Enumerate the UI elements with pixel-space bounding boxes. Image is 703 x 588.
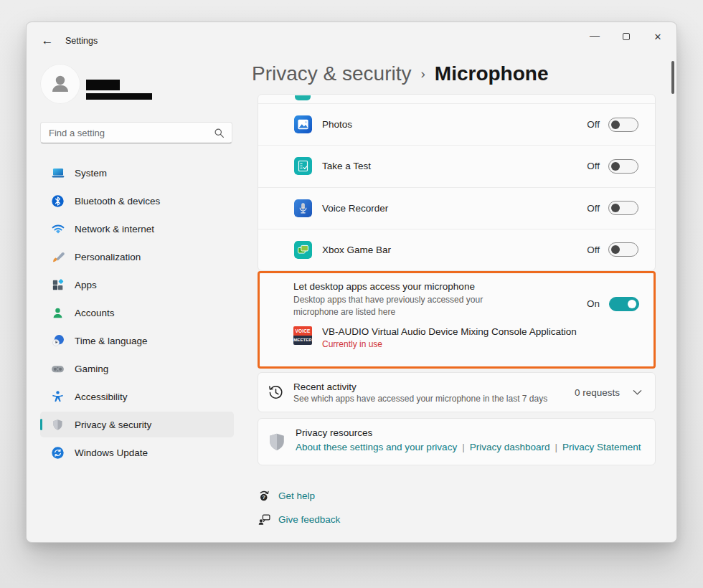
sidebar-item-bluetooth-devices[interactable]: Bluetooth & devices <box>40 188 234 214</box>
maximize-icon <box>623 33 630 40</box>
desktop-apps-title: Let desktop apps access your microphone <box>293 281 509 292</box>
sidebar-item-apps[interactable]: Apps <box>40 272 234 298</box>
in-use-status: Currently in use <box>322 339 577 349</box>
sidebar-item-label: Gaming <box>75 364 108 374</box>
voicemeeter-icon-bottom: MEETER <box>293 336 312 345</box>
app-row-voice-recorder: Voice Recorder Off <box>258 188 655 229</box>
search-input[interactable]: Find a setting <box>40 122 232 143</box>
photos-icon <box>294 115 312 133</box>
sidebar-item-gaming[interactable]: Gaming <box>40 356 234 381</box>
svg-text:?: ? <box>262 495 265 501</box>
recent-activity-description: See which apps have accessed your microp… <box>293 394 547 404</box>
voice-recorder-toggle[interactable] <box>608 201 638 215</box>
sidebar-item-accounts[interactable]: Accounts <box>40 300 234 326</box>
app-row-take-a-test: Take a Test Off <box>258 146 655 187</box>
toggle-knob <box>628 300 636 308</box>
voicemeeter-icon-top: VOICE <box>293 326 312 336</box>
toggle-state-label: Off <box>587 119 600 130</box>
personalization-icon <box>50 250 65 265</box>
privacy-resources-card: Privacy resources About these settings a… <box>258 418 656 465</box>
network-icon <box>50 222 65 237</box>
give-feedback-icon <box>256 513 272 526</box>
recent-activity-title: Recent activity <box>293 381 547 392</box>
link-privacy-statement[interactable]: Privacy Statement <box>562 442 641 452</box>
accessibility-icon <box>50 389 65 404</box>
xbox-game-bar-toggle[interactable] <box>608 242 638 257</box>
clipped-list-row <box>258 95 655 104</box>
clipped-app-icon <box>295 95 311 100</box>
scrollbar-thumb[interactable] <box>671 61 674 94</box>
avatar[interactable] <box>40 64 80 104</box>
person-icon <box>48 72 72 96</box>
desktop-apps-toggle[interactable] <box>609 297 639 311</box>
link-about-settings[interactable]: About these settings and your privacy <box>296 442 457 452</box>
page-title: Microphone <box>435 62 549 85</box>
search-placeholder: Find a setting <box>49 128 214 138</box>
sidebar-item-label: System <box>75 168 107 179</box>
minimize-button[interactable]: — <box>579 25 610 48</box>
toggle-state-label: On <box>587 298 600 309</box>
shield-icon <box>267 432 287 453</box>
used-app-name: VB-AUDIO Virtual Audio Device Mixing Con… <box>322 326 577 337</box>
window-controls: — ✕ <box>579 25 674 48</box>
sidebar-item-label: Time & language <box>75 336 148 346</box>
toggle-state-label: Off <box>587 203 600 214</box>
sidebar-item-label: Apps <box>75 280 97 290</box>
bluetooth-icon <box>50 194 65 209</box>
take-a-test-toggle[interactable] <box>608 159 638 174</box>
minimize-icon: — <box>590 29 600 41</box>
breadcrumb-parent[interactable]: Privacy & security <box>252 62 412 85</box>
sidebar-item-network-internet[interactable]: Network & internet <box>40 216 234 242</box>
sidebar-item-label: Accessibility <box>75 392 128 402</box>
app-permission-list: Photos Off Take a Test Off <box>258 94 656 271</box>
redacted-user-name <box>86 80 120 90</box>
close-button[interactable]: ✕ <box>642 25 674 48</box>
sidebar-item-label: Privacy & security <box>75 419 151 430</box>
sidebar-item-accessibility[interactable]: Accessibility <box>40 384 234 409</box>
app-name: Voice Recorder <box>322 203 388 214</box>
time-language-icon <box>50 333 65 348</box>
get-help-icon: ? <box>256 489 272 503</box>
chevron-down-icon[interactable] <box>633 389 642 396</box>
get-help-link[interactable]: Get help <box>278 490 315 501</box>
app-row-xbox-game-bar: Xbox Game Bar Off <box>258 229 655 270</box>
sidebar-item-personalization[interactable]: Personalization <box>40 244 234 270</box>
toggle-knob <box>611 162 620 171</box>
link-separator: | <box>462 442 465 452</box>
link-privacy-dashboard[interactable]: Privacy dashboard <box>470 442 550 452</box>
photos-toggle[interactable] <box>608 118 638 132</box>
link-separator: | <box>555 442 557 452</box>
app-name: Take a Test <box>322 161 371 171</box>
sidebar-item-privacy-security[interactable]: Privacy & security <box>40 412 234 437</box>
privacy-shield-icon <box>50 417 65 432</box>
sidebar-item-windows-update[interactable]: Windows Update <box>40 440 234 465</box>
toggle-knob <box>611 204 620 212</box>
back-button[interactable]: ← <box>37 31 58 51</box>
take-a-test-icon <box>294 157 312 175</box>
voice-recorder-icon <box>294 199 312 217</box>
desktop-apps-description: Desktop apps that have previously access… <box>293 294 509 318</box>
system-icon <box>50 166 65 181</box>
app-name: Xbox Game Bar <box>322 245 391 255</box>
recent-activity-row[interactable]: Recent activity See which apps have acce… <box>258 372 656 412</box>
accounts-icon <box>50 305 65 321</box>
desktop-apps-text: Let desktop apps access your microphone … <box>293 281 509 318</box>
apps-icon <box>50 278 65 293</box>
used-app-entry: VOICE MEETER VB-AUDIO Virtual Audio Devi… <box>260 318 654 349</box>
sidebar-item-label: Windows Update <box>75 447 148 458</box>
requests-count: 0 requests <box>575 387 620 398</box>
toggle-state-label: Off <box>587 161 600 171</box>
maximize-button[interactable] <box>610 25 642 48</box>
give-feedback-row: Give feedback <box>256 511 340 528</box>
give-feedback-link[interactable]: Give feedback <box>278 514 340 525</box>
sidebar-item-system[interactable]: System <box>40 160 234 186</box>
back-arrow-icon: ← <box>42 34 54 48</box>
toggle-knob <box>611 245 620 254</box>
sidebar-item-time-language[interactable]: Time & language <box>40 328 234 354</box>
sidebar-item-label: Accounts <box>75 308 115 318</box>
window-title: Settings <box>65 36 98 46</box>
app-row-photos: Photos Off <box>258 104 655 146</box>
history-icon <box>267 384 285 402</box>
windows-update-icon <box>50 445 65 460</box>
toggle-knob <box>611 120 620 129</box>
